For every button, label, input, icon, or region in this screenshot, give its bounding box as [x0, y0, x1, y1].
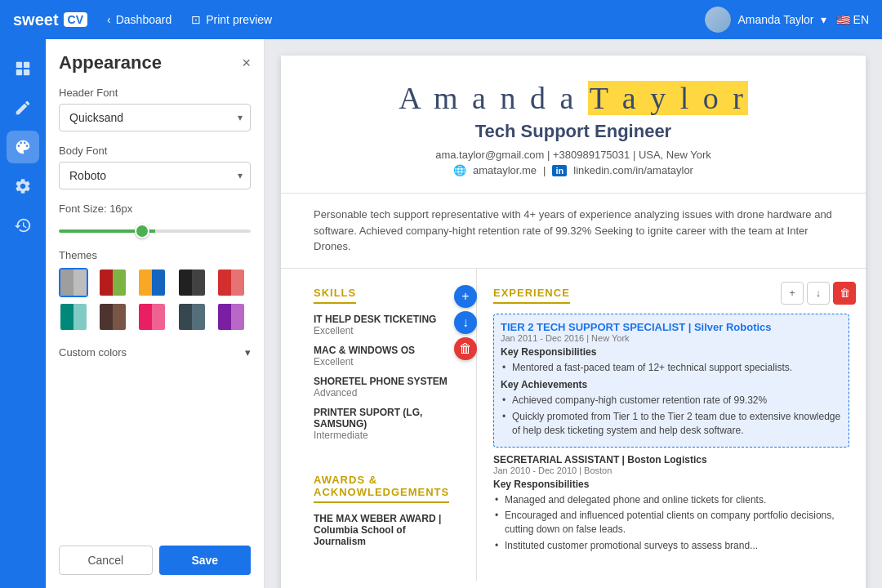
fab-down-button[interactable]: ↓	[454, 311, 477, 334]
experience-item-1: TIER 2 TECH SUPPORT SPECIALIST | Silver …	[493, 314, 849, 448]
avatar	[705, 7, 731, 33]
header-font-select-wrapper: Quicksand Roboto Open Sans ▾	[59, 104, 251, 131]
exp-1-achieve-1: Achieved company-high customer retention…	[512, 394, 842, 408]
top-navigation: sweet CV ‹ Dashboard ⊡ Print preview Ama…	[0, 0, 882, 39]
cv-header: A m a n d a T a y l o r Tech Support Eng…	[281, 56, 866, 194]
nav-left: sweet CV ‹ Dashboard ⊡ Print preview	[13, 11, 272, 29]
fab-add-button[interactable]: +	[454, 285, 477, 308]
body-font-select[interactable]: Roboto Open Sans Quicksand	[59, 162, 251, 189]
sidebar-icon-dashboard[interactable]	[7, 52, 39, 85]
custom-colors-toggle[interactable]: Custom colors ▾	[59, 341, 251, 363]
sidebar-icon-appearance[interactable]	[7, 131, 39, 163]
skill-name-1: MAC & WINDOWS OS	[314, 345, 460, 356]
award-item: THE MAX WEBER AWARD | Columbia School of…	[314, 513, 460, 547]
theme-swatch-4[interactable]	[216, 268, 246, 297]
language-selector[interactable]: 🇺🇸 EN	[836, 13, 869, 26]
theme-swatch-1[interactable]	[98, 268, 127, 297]
user-name: Amanda Taylor	[737, 13, 813, 26]
exp-1-key-resp: Key Responsibilities	[501, 346, 842, 358]
cv-linkedin: linkedin.com/in/amataylor	[573, 164, 693, 176]
user-chevron-icon: ▾	[821, 13, 826, 26]
theme-swatch-6[interactable]	[98, 302, 127, 332]
skill-item-1: MAC & WINDOWS OSExcellent	[314, 345, 460, 368]
section-add-btn[interactable]: +	[781, 282, 804, 305]
print-preview-label: Print preview	[206, 13, 272, 26]
section-down-btn[interactable]: ↓	[807, 282, 830, 305]
theme-swatch-5[interactable]	[59, 302, 88, 332]
flag-icon: 🇺🇸	[836, 13, 850, 26]
linkedin-icon: in	[552, 165, 567, 176]
section-actions: + ↓ 🗑	[781, 282, 856, 305]
theme-swatch-7[interactable]	[137, 302, 167, 332]
section-delete-btn[interactable]: 🗑	[833, 282, 856, 305]
close-button[interactable]: ×	[242, 55, 251, 72]
header-font-select[interactable]: Quicksand Roboto Open Sans	[59, 104, 251, 131]
sidebar-icon-edit[interactable]	[7, 91, 39, 124]
exp-2-resp-3: Instituted customer promotional surveys …	[505, 539, 849, 553]
custom-colors-label: Custom colors	[59, 346, 127, 359]
cv-contact: ama.taylor@gmail.com | +380989175031 | U…	[314, 149, 833, 161]
svg-rect-1	[24, 62, 29, 68]
cv-name-highlight: T a y l o r	[588, 81, 748, 115]
exp-2-meta: Jan 2010 - Dec 2010 | Boston	[493, 466, 849, 475]
appearance-panel: Appearance × Header Font Quicksand Robot…	[46, 39, 265, 588]
lang-label: EN	[853, 13, 869, 26]
print-icon: ⊡	[191, 13, 201, 26]
cv-right-column: + ↓ 🗑 + ↓ 🗑 EXPERIENCE TIER 2 TECH SUPPO…	[477, 269, 866, 581]
body-font-select-wrapper: Roboto Open Sans Quicksand ▾	[59, 162, 251, 189]
exp-1-key-achieve: Key Achievements	[501, 379, 842, 390]
exp-1-resp-1: Mentored a fast-paced team of 12+ techni…	[512, 361, 842, 375]
awards-section-title: AWARDS & ACKNOWLEDGEMENTS	[314, 474, 449, 503]
exp-1-meta: Jan 2011 - Dec 2016 | New York	[501, 333, 842, 343]
skill-name-0: IT HELP DESK TICKETING	[314, 314, 460, 325]
theme-swatch-9[interactable]	[216, 302, 246, 332]
experience-section-title: EXPERIENCE	[493, 287, 570, 304]
cancel-button[interactable]: Cancel	[59, 546, 153, 575]
sidebar-icon-history[interactable]	[7, 209, 39, 242]
svg-rect-3	[24, 69, 29, 75]
exp-1-achieve-2: Quickly promoted from Tier 1 to the Tier…	[512, 410, 842, 438]
link-separator: |	[543, 164, 546, 176]
fab-delete-button[interactable]: 🗑	[454, 337, 477, 360]
sidebar-icon-settings[interactable]	[7, 170, 39, 203]
dashboard-label: Dashboard	[116, 13, 172, 26]
logo-sweet: sweet	[13, 11, 59, 29]
body-font-label: Body Font	[59, 145, 251, 157]
theme-swatch-3[interactable]	[177, 268, 207, 297]
skill-level-2: Advanced	[314, 387, 460, 399]
cv-body: SKILLS IT HELP DESK TICKETINGExcellentMA…	[281, 269, 866, 581]
skill-name-3: PRINTER SUPORT (LG, SAMSUNG)	[314, 407, 460, 430]
skill-level-1: Excellent	[314, 356, 460, 368]
nav-dashboard[interactable]: ‹ Dashboard	[107, 13, 172, 26]
font-size-slider-container	[59, 221, 251, 236]
user-menu[interactable]: Amanda Taylor ▾	[705, 7, 826, 33]
cv-links: 🌐 amataylor.me | in linkedin.com/in/amat…	[314, 164, 833, 176]
cv-preview-area: A m a n d a T a y l o r Tech Support Eng…	[265, 39, 882, 588]
cv-job-title: Tech Support Engineer	[314, 121, 833, 142]
cv-name: A m a n d a T a y l o r	[314, 80, 833, 116]
skill-item-3: PRINTER SUPORT (LG, SAMSUNG)Intermediate	[314, 407, 460, 441]
cv-left-column: SKILLS IT HELP DESK TICKETINGExcellentMA…	[281, 269, 477, 581]
panel-title: Appearance	[59, 52, 162, 74]
cv-website: amataylor.me	[473, 164, 537, 176]
main-layout: Appearance × Header Font Quicksand Robot…	[0, 39, 882, 588]
panel-header: Appearance ×	[59, 52, 251, 74]
theme-swatch-0[interactable]	[59, 268, 88, 297]
theme-swatch-8[interactable]	[177, 302, 207, 332]
save-button[interactable]: Save	[159, 546, 252, 575]
theme-swatch-2[interactable]	[137, 268, 167, 297]
skill-item-0: IT HELP DESK TICKETINGExcellent	[314, 314, 460, 336]
experience-item-2: SECRETARIAL ASSISTANT | Boston Logistics…	[493, 454, 849, 553]
award-name: THE MAX WEBER AWARD | Columbia School of…	[314, 513, 460, 547]
skills-list: IT HELP DESK TICKETINGExcellentMAC & WIN…	[314, 314, 460, 441]
logo[interactable]: sweet CV	[13, 11, 87, 29]
exp-2-resp-1: Managed and delegated phone and online t…	[505, 493, 849, 507]
themes-grid	[59, 268, 251, 332]
svg-rect-0	[16, 62, 22, 68]
skill-item-2: SHORETEL PHONE SYSTEMAdvanced	[314, 376, 460, 399]
nav-right: Amanda Taylor ▾ 🇺🇸 EN	[705, 7, 869, 33]
nav-print-preview[interactable]: ⊡ Print preview	[191, 13, 272, 26]
themes-label: Themes	[59, 249, 251, 261]
font-size-slider[interactable]	[59, 229, 251, 233]
back-arrow-icon: ‹	[107, 13, 111, 26]
